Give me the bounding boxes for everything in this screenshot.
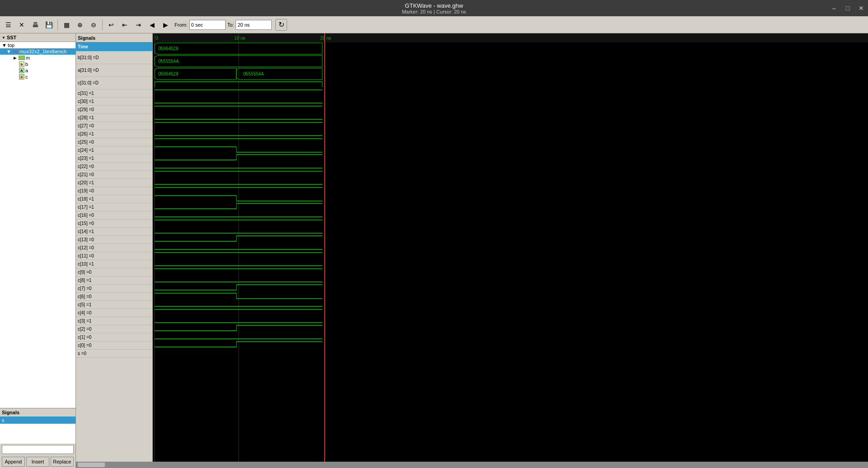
svg-text:0: 0: [156, 36, 158, 41]
signal-row-c25[interactable]: c[25] =0: [76, 138, 152, 146]
window-controls: – □ ✕: [827, 0, 868, 16]
tree-item-mux-label: mux32x2_1testbench: [19, 49, 67, 54]
signal-row-c5[interactable]: c[5] =1: [76, 301, 152, 309]
signal-row-c31[interactable]: c[31] =1: [76, 89, 152, 98]
signal-row-c15[interactable]: c[15] =0: [76, 220, 152, 228]
tree-item-top[interactable]: ▼ top: [0, 42, 75, 48]
time-range: From: To: ↻: [175, 19, 287, 31]
menu-button[interactable]: ☰: [2, 19, 14, 31]
signal-row-c30[interactable]: c[30] =1: [76, 98, 152, 106]
next-button[interactable]: ▶: [159, 19, 172, 31]
append-button[interactable]: Append: [2, 457, 25, 467]
sst-tree: ▼ top ▼ mux32x2_1testbench ► m b b: [0, 42, 75, 408]
close-file-button[interactable]: ✕: [15, 19, 28, 31]
signal-row-a[interactable]: a[31:0] =D: [76, 64, 152, 77]
signal-row-c11[interactable]: c[11] =0: [76, 252, 152, 260]
tree-item-mux[interactable]: ▼ mux32x2_1testbench: [0, 48, 75, 55]
arrow-down-icon2: ▼: [6, 49, 11, 54]
undo-button[interactable]: ↩: [105, 19, 118, 31]
signal-row-c7[interactable]: c[7] =0: [76, 285, 152, 293]
horizontal-scrollbar[interactable]: [76, 462, 868, 468]
replace-button[interactable]: Replace: [51, 457, 74, 467]
signal-row-c1[interactable]: c[1] =0: [76, 333, 152, 342]
rewind-button[interactable]: ⇤: [118, 19, 131, 31]
signal-row-c20[interactable]: c[20] =1: [76, 179, 152, 187]
tree-item-a-label: a: [25, 68, 28, 73]
signal-row-c23[interactable]: c[23] =1: [76, 154, 152, 163]
waveform-svg: 0 10 ns 20 ns 05964528 0555554A: [153, 33, 868, 462]
tree-item-a[interactable]: A a: [0, 67, 75, 74]
signal-row-s[interactable]: s =0: [76, 350, 152, 358]
tree-item-m-label: m: [26, 55, 30, 61]
signal-row-c14[interactable]: c[14] =1: [76, 228, 152, 236]
signal-row-c13[interactable]: c[13] =0: [76, 236, 152, 244]
signal-row-c29[interactable]: c[29] =0: [76, 106, 152, 114]
signal-row-c21[interactable]: c[21] =0: [76, 171, 152, 179]
left-panel: ▼ SST ▼ top ▼ mux32x2_1testbench ► m: [0, 33, 76, 468]
zoom-in-button[interactable]: ⊕: [74, 19, 86, 31]
zoom-fit-button[interactable]: ▦: [60, 19, 73, 31]
tree-item-c[interactable]: c c: [0, 74, 75, 80]
signals-col-header: Signals: [76, 33, 152, 42]
signal-row-c27[interactable]: c[27] =0: [76, 122, 152, 130]
signal-row-c18[interactable]: c[18] =1: [76, 195, 152, 203]
signal-row-b[interactable]: b[31:0] =D: [76, 51, 152, 64]
save-button[interactable]: 💾: [42, 19, 55, 31]
svg-text:05964528: 05964528: [158, 71, 179, 76]
letter-b-icon: b: [19, 61, 24, 67]
signal-item-s[interactable]: s: [0, 417, 75, 424]
svg-text:0555554A: 0555554A: [158, 59, 179, 64]
tree-item-b[interactable]: b b: [0, 61, 75, 67]
chip-green-icon: [19, 56, 25, 60]
letter-a-icon: A: [19, 68, 24, 73]
bottom-buttons: Append Insert Replace: [0, 455, 75, 468]
signals-column: Signals Time b[31:0] =D a[31:0] =D c[31:…: [76, 33, 153, 462]
signal-row-c16[interactable]: c[16] =0: [76, 211, 152, 220]
sst-collapse-icon[interactable]: ▼: [2, 36, 5, 40]
signal-row-c22[interactable]: c[22] =0: [76, 163, 152, 171]
signal-row-c4[interactable]: c[4] =0: [76, 309, 152, 317]
signal-row-c9[interactable]: c[9] =0: [76, 268, 152, 276]
signal-row-c8[interactable]: c[8] =1: [76, 276, 152, 285]
signal-row-c26[interactable]: c[26] =1: [76, 130, 152, 138]
svg-rect-1: [153, 33, 868, 42]
signal-row-c10[interactable]: c[10] =1: [76, 260, 152, 268]
signal-row-c6[interactable]: c[6] =0: [76, 293, 152, 301]
signal-row-c0[interactable]: c[0] =0: [76, 342, 152, 350]
signal-row-c12[interactable]: c[12] =0: [76, 244, 152, 252]
insert-button[interactable]: Insert: [26, 457, 49, 467]
signals-section: Signals s Append Insert Replace: [0, 408, 75, 468]
signal-row-c24[interactable]: c[24] =1: [76, 146, 152, 154]
signals-list: s: [0, 417, 75, 444]
refresh-button[interactable]: ↻: [275, 19, 287, 31]
minimize-button[interactable]: –: [827, 0, 841, 16]
letter-c-icon: c: [19, 74, 24, 80]
sst-label: SST: [7, 35, 16, 40]
scrollbar-thumb[interactable]: [78, 463, 105, 467]
signal-row-c3[interactable]: c[3] =1: [76, 317, 152, 325]
svg-text:05964528: 05964528: [158, 46, 179, 51]
from-input[interactable]: [189, 20, 226, 30]
signal-row-c2[interactable]: c[2] =0: [76, 325, 152, 333]
signal-search-input[interactable]: [2, 445, 74, 454]
print-button[interactable]: 🖶: [29, 19, 42, 31]
signal-row-c19[interactable]: c[19] =0: [76, 187, 152, 195]
signal-row-c31-0[interactable]: c[31:0] =D: [76, 77, 152, 89]
signal-row-c17[interactable]: c[17] =1: [76, 203, 152, 211]
close-button[interactable]: ✕: [854, 0, 868, 16]
search-box: [0, 444, 75, 455]
svg-text:0555554A: 0555554A: [243, 71, 264, 76]
tree-item-b-label: b: [25, 61, 28, 67]
maximize-button[interactable]: □: [841, 0, 854, 16]
to-input[interactable]: [236, 20, 272, 30]
zoom-out-button[interactable]: ⊖: [87, 19, 100, 31]
to-label: To:: [227, 22, 234, 28]
svg-rect-0: [153, 33, 868, 462]
separator-1: [57, 19, 58, 30]
forward-button[interactable]: ⇥: [132, 19, 145, 31]
tree-item-m[interactable]: ► m: [0, 55, 75, 61]
right-panel: Signals Time b[31:0] =D a[31:0] =D c[31:…: [76, 33, 868, 468]
prev-button[interactable]: ◀: [146, 19, 158, 31]
waves-column: 0 10 ns 20 ns 05964528 0555554A: [153, 33, 868, 462]
signal-row-c28[interactable]: c[28] =1: [76, 114, 152, 122]
